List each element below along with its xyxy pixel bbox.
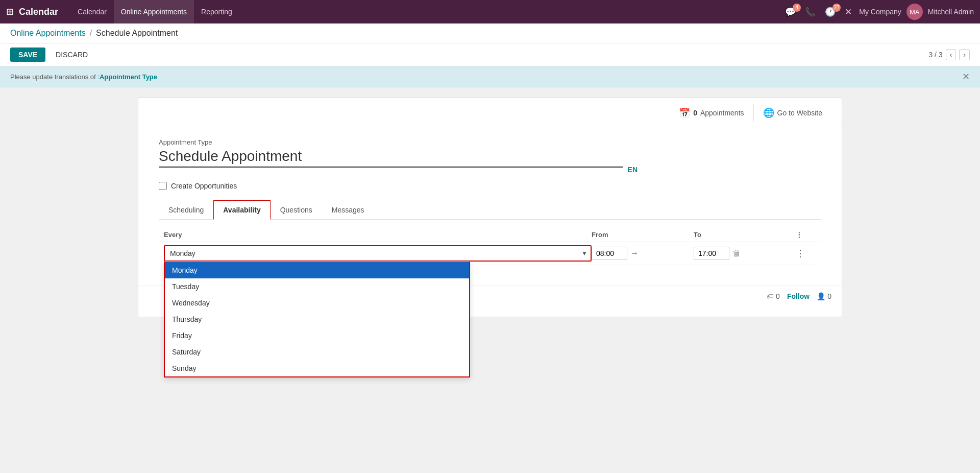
col-more: ⋮ [796, 231, 816, 239]
apps-menu-icon[interactable]: ⊞ [6, 6, 14, 17]
alert-link[interactable]: Appointment Type [100, 73, 157, 81]
discard-button[interactable]: DISCARD [51, 48, 93, 62]
clock-badge: 27 [832, 4, 841, 12]
alert-close-icon[interactable]: ✕ [962, 71, 970, 82]
day-dropdown[interactable]: Monday Tuesday Wednesday Thursday Friday… [164, 245, 592, 262]
top-navigation: ⊞ Calendar Calendar Online Appointments … [0, 0, 980, 23]
day-dropdown-wrapper: Monday Tuesday Wednesday Thursday Friday… [164, 245, 592, 262]
table-row: Monday Tuesday Wednesday Thursday Friday… [159, 242, 821, 265]
lang-badge[interactable]: EN [628, 165, 638, 174]
tabs-bar: Scheduling Availability Questions Messag… [159, 200, 821, 220]
pager: 3 / 3 ‹ › [928, 49, 970, 60]
tags-action[interactable]: 🏷 0 [767, 292, 780, 300]
avatar-initials: MA [910, 8, 920, 16]
avatar[interactable]: MA [906, 4, 923, 20]
main-menu: Calendar Online Appointments Reporting [70, 0, 239, 23]
website-label: Go to Website [777, 109, 822, 117]
form-body: Appointment Type EN Create Opportunities… [138, 128, 842, 275]
create-opportunities-row: Create Opportunities [159, 182, 821, 190]
username[interactable]: Mitchell Admin [928, 8, 974, 16]
dropdown-list: Monday Tuesday Wednesday Thursday Friday… [164, 262, 470, 377]
action-bar: SAVE DISCARD 3 / 3 ‹ › [0, 43, 980, 66]
title-row: EN [159, 147, 821, 174]
chat-badge: 4 [793, 4, 801, 12]
followers-action[interactable]: 👤 0 [817, 292, 831, 300]
breadcrumb-parent[interactable]: Online Appointments [10, 29, 86, 38]
calendar-icon: 📅 [679, 107, 690, 119]
delete-row-icon[interactable]: 🗑 [732, 249, 741, 258]
menu-item-online-appointments[interactable]: Online Appointments [114, 0, 194, 23]
save-button[interactable]: SAVE [10, 48, 45, 62]
company-name[interactable]: My Company [859, 8, 901, 16]
appointments-action-button[interactable]: 📅 0 Appointments [670, 104, 753, 122]
dropdown-option-friday[interactable]: Friday [165, 327, 469, 344]
dropdown-option-wednesday[interactable]: Wednesday [165, 295, 469, 311]
dropdown-option-thursday[interactable]: Thursday [165, 311, 469, 327]
col-from: From [592, 231, 694, 239]
create-opportunities-label: Create Opportunities [171, 182, 237, 190]
from-time-cell: → [592, 247, 694, 260]
availability-tab-content: Every From To ⋮ Monday Tuesday Wednesday… [159, 220, 821, 265]
tab-availability[interactable]: Availability [213, 200, 270, 220]
top-right-actions: 💬 4 📞 🕐 27 ✕ My Company MA Mitchell Admi… [783, 4, 974, 20]
go-to-website-button[interactable]: 🌐 Go to Website [754, 104, 831, 122]
phone-icon[interactable]: 📞 [803, 7, 818, 17]
card-header-actions: 📅 0 Appointments 🌐 Go to Website [138, 98, 842, 128]
tab-messages[interactable]: Messages [322, 200, 374, 220]
clock-icon[interactable]: 🕐 27 [823, 7, 838, 17]
appointments-count: 0 [693, 109, 697, 117]
breadcrumb: Online Appointments / Schedule Appointme… [0, 23, 980, 43]
alert-banner: Please update translations of : Appointm… [0, 66, 980, 87]
dropdown-option-tuesday[interactable]: Tuesday [165, 278, 469, 295]
tag-icon: 🏷 [767, 292, 774, 300]
menu-item-calendar[interactable]: Calendar [70, 0, 114, 23]
more-options-icon[interactable]: ⋮ [796, 248, 816, 259]
breadcrumb-separator: / [90, 29, 92, 38]
arrow-icon: → [630, 249, 639, 258]
follow-button[interactable]: Follow [787, 292, 810, 300]
to-time-cell: 🗑 [694, 247, 796, 260]
dropdown-option-monday[interactable]: Monday [165, 262, 469, 278]
type-field-label: Appointment Type [159, 138, 821, 146]
main-content: 📅 0 Appointments 🌐 Go to Website Appoint… [0, 87, 980, 473]
col-to: To [694, 231, 796, 239]
menu-item-reporting[interactable]: Reporting [194, 0, 239, 23]
form-card: 📅 0 Appointments 🌐 Go to Website Appoint… [138, 98, 842, 317]
from-time-input[interactable] [592, 247, 627, 260]
person-icon: 👤 [817, 292, 825, 300]
dropdown-option-saturday[interactable]: Saturday [165, 344, 469, 360]
pager-next-button[interactable]: › [959, 49, 970, 60]
followers-count: 0 [827, 292, 831, 300]
globe-icon: 🌐 [763, 107, 774, 119]
create-opportunities-checkbox[interactable] [159, 182, 167, 190]
breadcrumb-current: Schedule Appointment [96, 29, 178, 38]
chat-icon[interactable]: 💬 4 [783, 7, 798, 17]
to-time-input[interactable] [694, 247, 729, 260]
tab-scheduling[interactable]: Scheduling [159, 200, 213, 220]
close-icon[interactable]: ✕ [843, 7, 854, 17]
alert-text: Please update translations of : [10, 73, 100, 81]
dropdown-option-sunday[interactable]: Sunday [165, 360, 469, 376]
table-header: Every From To ⋮ [159, 228, 821, 242]
pager-text: 3 / 3 [928, 51, 942, 59]
col-every: Every [164, 231, 592, 239]
app-logo[interactable]: Calendar [19, 7, 58, 17]
appointment-title-input[interactable] [159, 147, 623, 168]
follow-label: Follow [787, 292, 810, 300]
tags-count: 0 [776, 292, 780, 300]
pager-prev-button[interactable]: ‹ [946, 49, 957, 60]
tab-questions[interactable]: Questions [271, 200, 322, 220]
appointments-label: Appointments [700, 109, 744, 117]
